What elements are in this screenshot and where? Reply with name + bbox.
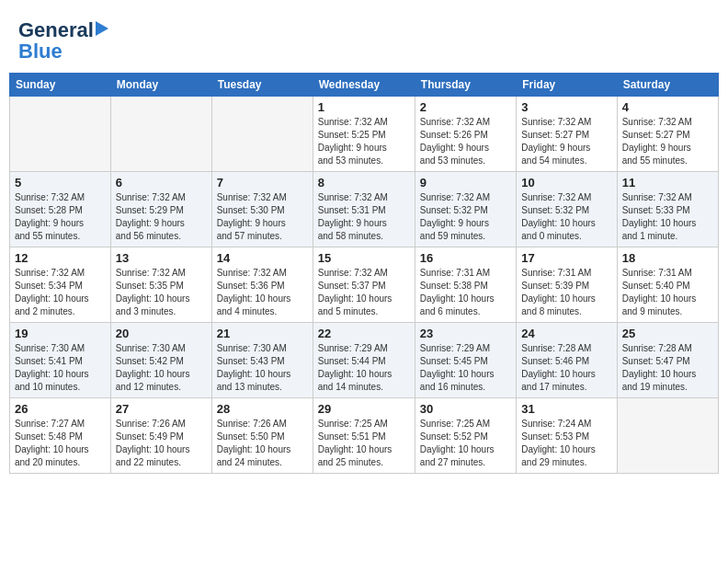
day-info: Sunrise: 7:32 AM Sunset: 5:27 PM Dayligh… bbox=[622, 116, 713, 167]
weekday-header-saturday: Saturday bbox=[617, 73, 718, 96]
calendar-cell: 4Sunrise: 7:32 AM Sunset: 5:27 PM Daylig… bbox=[617, 96, 718, 171]
day-info: Sunrise: 7:32 AM Sunset: 5:27 PM Dayligh… bbox=[521, 116, 611, 167]
calendar-cell: 23Sunrise: 7:29 AM Sunset: 5:45 PM Dayli… bbox=[415, 322, 516, 397]
calendar-cell: 14Sunrise: 7:32 AM Sunset: 5:36 PM Dayli… bbox=[211, 247, 313, 322]
calendar-week-row: 12Sunrise: 7:32 AM Sunset: 5:34 PM Dayli… bbox=[10, 247, 719, 322]
calendar-week-row: 26Sunrise: 7:27 AM Sunset: 5:48 PM Dayli… bbox=[10, 397, 719, 473]
day-number: 17 bbox=[521, 251, 611, 265]
day-info: Sunrise: 7:32 AM Sunset: 5:29 PM Dayligh… bbox=[116, 191, 207, 243]
calendar-cell: 20Sunrise: 7:30 AM Sunset: 5:42 PM Dayli… bbox=[110, 322, 211, 397]
day-info: Sunrise: 7:32 AM Sunset: 5:28 PM Dayligh… bbox=[15, 191, 106, 243]
day-number: 22 bbox=[318, 327, 410, 340]
day-number: 5 bbox=[15, 176, 106, 190]
day-number: 26 bbox=[15, 402, 106, 416]
day-number: 19 bbox=[15, 327, 106, 340]
weekday-header-sunday: Sunday bbox=[10, 73, 111, 96]
day-info: Sunrise: 7:28 AM Sunset: 5:47 PM Dayligh… bbox=[622, 342, 713, 394]
page-header: General Blue bbox=[9, 9, 719, 65]
calendar-cell: 11Sunrise: 7:32 AM Sunset: 5:33 PM Dayli… bbox=[617, 171, 718, 247]
day-number: 12 bbox=[15, 251, 106, 265]
day-info: Sunrise: 7:32 AM Sunset: 5:32 PM Dayligh… bbox=[521, 191, 611, 243]
calendar-cell: 30Sunrise: 7:25 AM Sunset: 5:52 PM Dayli… bbox=[415, 397, 516, 473]
day-info: Sunrise: 7:30 AM Sunset: 5:43 PM Dayligh… bbox=[217, 342, 308, 394]
day-number: 2 bbox=[420, 100, 511, 114]
day-info: Sunrise: 7:30 AM Sunset: 5:41 PM Dayligh… bbox=[15, 342, 106, 394]
day-info: Sunrise: 7:26 AM Sunset: 5:49 PM Dayligh… bbox=[116, 418, 207, 469]
calendar-cell: 7Sunrise: 7:32 AM Sunset: 5:30 PM Daylig… bbox=[211, 171, 313, 247]
day-number: 23 bbox=[420, 327, 511, 340]
calendar-cell: 28Sunrise: 7:26 AM Sunset: 5:50 PM Dayli… bbox=[211, 397, 313, 473]
day-number: 15 bbox=[318, 251, 410, 265]
calendar-cell bbox=[211, 96, 313, 171]
day-number: 29 bbox=[318, 402, 410, 416]
calendar-table: SundayMondayTuesdayWednesdayThursdayFrid… bbox=[9, 73, 719, 474]
calendar-cell: 9Sunrise: 7:32 AM Sunset: 5:32 PM Daylig… bbox=[415, 171, 516, 247]
calendar-cell: 17Sunrise: 7:31 AM Sunset: 5:39 PM Dayli… bbox=[517, 247, 617, 322]
calendar-cell: 25Sunrise: 7:28 AM Sunset: 5:47 PM Dayli… bbox=[617, 322, 718, 397]
calendar-cell: 12Sunrise: 7:32 AM Sunset: 5:34 PM Dayli… bbox=[10, 247, 111, 322]
day-number: 31 bbox=[521, 402, 611, 416]
day-info: Sunrise: 7:31 AM Sunset: 5:40 PM Dayligh… bbox=[622, 267, 713, 318]
calendar-cell: 8Sunrise: 7:32 AM Sunset: 5:31 PM Daylig… bbox=[313, 171, 415, 247]
day-info: Sunrise: 7:29 AM Sunset: 5:45 PM Dayligh… bbox=[420, 342, 511, 394]
day-info: Sunrise: 7:25 AM Sunset: 5:52 PM Dayligh… bbox=[420, 418, 511, 469]
calendar-cell: 16Sunrise: 7:31 AM Sunset: 5:38 PM Dayli… bbox=[415, 247, 516, 322]
day-number: 11 bbox=[622, 176, 713, 190]
day-info: Sunrise: 7:28 AM Sunset: 5:46 PM Dayligh… bbox=[521, 342, 611, 394]
day-number: 27 bbox=[116, 402, 207, 416]
calendar-cell: 1Sunrise: 7:32 AM Sunset: 5:25 PM Daylig… bbox=[313, 96, 415, 171]
calendar-week-row: 19Sunrise: 7:30 AM Sunset: 5:41 PM Dayli… bbox=[10, 322, 719, 397]
weekday-header-wednesday: Wednesday bbox=[313, 73, 415, 96]
day-info: Sunrise: 7:32 AM Sunset: 5:36 PM Dayligh… bbox=[217, 267, 308, 318]
day-info: Sunrise: 7:32 AM Sunset: 5:34 PM Dayligh… bbox=[15, 267, 106, 318]
day-info: Sunrise: 7:32 AM Sunset: 5:25 PM Dayligh… bbox=[318, 116, 410, 167]
day-info: Sunrise: 7:24 AM Sunset: 5:53 PM Dayligh… bbox=[521, 418, 611, 469]
calendar-cell: 26Sunrise: 7:27 AM Sunset: 5:48 PM Dayli… bbox=[10, 397, 111, 473]
calendar-cell: 29Sunrise: 7:25 AM Sunset: 5:51 PM Dayli… bbox=[313, 397, 415, 473]
day-number: 20 bbox=[116, 327, 207, 340]
logo-arrow-icon bbox=[96, 21, 108, 36]
day-info: Sunrise: 7:25 AM Sunset: 5:51 PM Dayligh… bbox=[318, 418, 410, 469]
calendar-cell: 19Sunrise: 7:30 AM Sunset: 5:41 PM Dayli… bbox=[10, 322, 111, 397]
day-info: Sunrise: 7:31 AM Sunset: 5:38 PM Dayligh… bbox=[420, 267, 511, 318]
day-number: 13 bbox=[116, 251, 207, 265]
day-number: 28 bbox=[217, 402, 308, 416]
day-number: 1 bbox=[318, 100, 410, 114]
weekday-header-thursday: Thursday bbox=[415, 73, 516, 96]
day-info: Sunrise: 7:32 AM Sunset: 5:33 PM Dayligh… bbox=[622, 191, 713, 243]
day-info: Sunrise: 7:32 AM Sunset: 5:35 PM Dayligh… bbox=[116, 267, 207, 318]
day-number: 4 bbox=[622, 100, 713, 114]
day-number: 21 bbox=[217, 327, 308, 340]
calendar-cell: 18Sunrise: 7:31 AM Sunset: 5:40 PM Dayli… bbox=[617, 247, 718, 322]
calendar-cell: 10Sunrise: 7:32 AM Sunset: 5:32 PM Dayli… bbox=[517, 171, 617, 247]
day-number: 6 bbox=[116, 176, 207, 190]
calendar-cell bbox=[617, 397, 718, 473]
calendar-cell: 3Sunrise: 7:32 AM Sunset: 5:27 PM Daylig… bbox=[517, 96, 617, 171]
day-number: 7 bbox=[217, 176, 308, 190]
day-number: 3 bbox=[521, 100, 611, 114]
calendar-week-row: 5Sunrise: 7:32 AM Sunset: 5:28 PM Daylig… bbox=[10, 171, 719, 247]
day-info: Sunrise: 7:32 AM Sunset: 5:32 PM Dayligh… bbox=[420, 191, 511, 243]
weekday-header-monday: Monday bbox=[110, 73, 211, 96]
calendar-cell bbox=[110, 96, 211, 171]
calendar-cell: 6Sunrise: 7:32 AM Sunset: 5:29 PM Daylig… bbox=[110, 171, 211, 247]
calendar-cell: 24Sunrise: 7:28 AM Sunset: 5:46 PM Dayli… bbox=[517, 322, 617, 397]
day-number: 25 bbox=[622, 327, 713, 340]
day-number: 16 bbox=[420, 251, 511, 265]
day-number: 9 bbox=[420, 176, 511, 190]
day-info: Sunrise: 7:30 AM Sunset: 5:42 PM Dayligh… bbox=[116, 342, 207, 394]
day-number: 10 bbox=[521, 176, 611, 190]
day-info: Sunrise: 7:32 AM Sunset: 5:31 PM Dayligh… bbox=[318, 191, 410, 243]
day-number: 14 bbox=[217, 251, 308, 265]
day-info: Sunrise: 7:27 AM Sunset: 5:48 PM Dayligh… bbox=[15, 418, 106, 469]
day-number: 24 bbox=[521, 327, 611, 340]
logo: General Blue bbox=[18, 18, 108, 61]
weekday-header-friday: Friday bbox=[517, 73, 617, 96]
weekday-header-row: SundayMondayTuesdayWednesdayThursdayFrid… bbox=[10, 73, 719, 96]
calendar-week-row: 1Sunrise: 7:32 AM Sunset: 5:25 PM Daylig… bbox=[10, 96, 719, 171]
calendar-cell bbox=[10, 96, 111, 171]
weekday-header-tuesday: Tuesday bbox=[211, 73, 313, 96]
day-number: 18 bbox=[622, 251, 713, 265]
calendar-cell: 27Sunrise: 7:26 AM Sunset: 5:49 PM Dayli… bbox=[110, 397, 211, 473]
day-info: Sunrise: 7:29 AM Sunset: 5:44 PM Dayligh… bbox=[318, 342, 410, 394]
